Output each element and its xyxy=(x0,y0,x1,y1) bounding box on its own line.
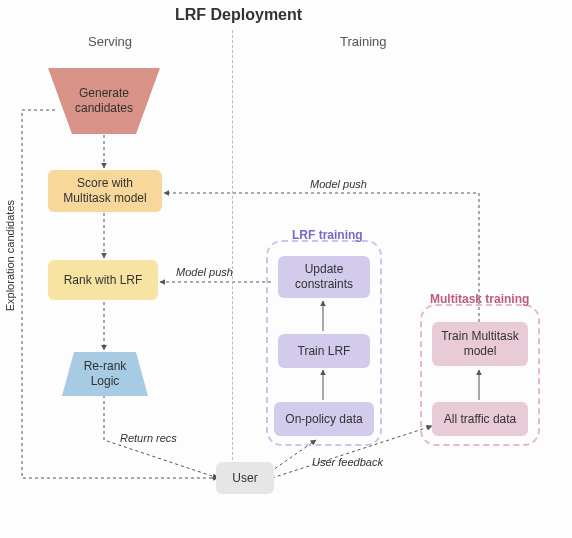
node-label: Train LRF xyxy=(298,344,351,359)
node-label-l1: Update xyxy=(305,262,344,276)
node-label-l2: constraints xyxy=(295,277,353,291)
edge-label-model-push-mid: Model push xyxy=(176,266,233,278)
node-train-multitask: Train Multitaskmodel xyxy=(432,322,528,366)
node-label-l2: Logic xyxy=(91,374,120,388)
node-label: User xyxy=(232,471,257,486)
node-train-lrf: Train LRF xyxy=(278,334,370,368)
diagram-title: LRF Deployment xyxy=(175,6,302,24)
node-label: Rank with LRF xyxy=(64,273,143,288)
group-label-multitask: Multitask training xyxy=(430,292,529,306)
node-label-l1: Train Multitask xyxy=(441,329,519,343)
node-rerank-logic: Re-rankLogic xyxy=(62,352,148,396)
node-all-traffic-data: All traffic data xyxy=(432,402,528,436)
node-generate-candidates: Generate candidates xyxy=(48,68,160,134)
section-divider xyxy=(232,30,233,460)
node-rank-lrf: Rank with LRF xyxy=(48,260,158,300)
node-update-constraints: Updateconstraints xyxy=(278,256,370,298)
section-label-training: Training xyxy=(340,34,386,49)
node-label: All traffic data xyxy=(444,412,516,427)
edge-label-model-push-top: Model push xyxy=(310,178,367,190)
node-on-policy-data: On-policy data xyxy=(274,402,374,436)
node-label-l2: Multitask model xyxy=(63,191,146,205)
node-user: User xyxy=(216,462,274,494)
node-score-multitask: Score withMultitask model xyxy=(48,170,162,212)
group-label-lrf: LRF training xyxy=(292,228,363,242)
section-label-serving: Serving xyxy=(88,34,132,49)
node-label-l1: Score with xyxy=(77,176,133,190)
node-label: Generate candidates xyxy=(54,86,154,116)
node-label: On-policy data xyxy=(285,412,362,427)
node-label-l1: Re-rank xyxy=(84,359,127,373)
node-label-l2: model xyxy=(464,344,497,358)
axis-label-exploration: Exploration candidates xyxy=(4,200,16,311)
edge-label-user-feedback: User feedback xyxy=(312,456,383,468)
edge-label-return-recs: Return recs xyxy=(120,432,177,444)
